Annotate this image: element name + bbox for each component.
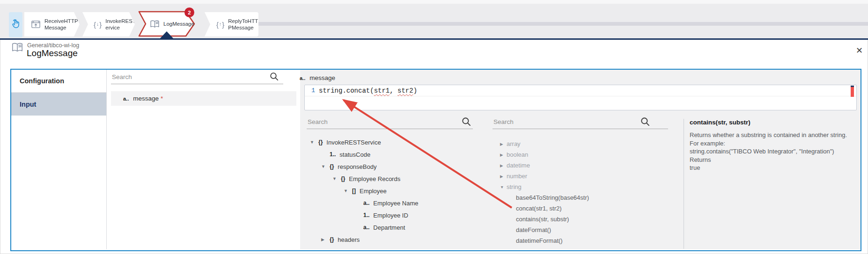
input-fields-list: a.. message * — [111, 91, 296, 106]
type-glyph-icon: 1.. — [363, 212, 369, 218]
expand-arrow-icon[interactable]: ▶ — [500, 152, 507, 157]
flow-step-invokerestservice[interactable]: {↓} InvokeRESTS ervice — [82, 12, 135, 36]
expand-arrow-icon[interactable]: ▶ — [500, 163, 507, 168]
string-type-icon: a.. — [123, 96, 129, 102]
tibco-flow-designer: ReceiveHTTP Message {↓} InvokeRESTS ervi… — [0, 0, 868, 254]
function-list-item[interactable]: contains(str, substr) — [493, 214, 677, 225]
type-glyph-icon: {} — [341, 175, 345, 182]
mapped-field-label: a.. message — [300, 74, 335, 81]
string-type-icon: a.. — [300, 75, 305, 81]
breadcrumb: General/tibco-wi-log — [27, 42, 79, 49]
expand-arrow-icon[interactable]: ▼ — [321, 164, 329, 169]
type-glyph-icon: {} — [318, 139, 323, 145]
type-glyph-icon: {} — [330, 163, 334, 170]
close-icon[interactable]: ✕ — [856, 45, 863, 56]
doc-panel-divider — [684, 119, 684, 249]
expand-arrow-icon[interactable]: ▶ — [500, 174, 507, 179]
field-row-message[interactable]: a.. message * — [111, 91, 296, 106]
line-number: 1 — [305, 87, 315, 94]
type-glyph-icon: a.. — [363, 224, 369, 231]
search-icon[interactable] — [270, 72, 279, 83]
error-token-str2: str2 — [397, 87, 413, 94]
schema-tree-node[interactable]: ▶ {} headers — [304, 233, 489, 246]
functions-list: ▶ array ▶ boolean ▶ datetime ▶ number ▼ … — [493, 138, 677, 246]
required-asterisk: * — [161, 95, 163, 102]
expression-code[interactable]: string.concat(str1, str2) — [319, 87, 417, 94]
function-list-item[interactable]: ▶ datetime — [493, 160, 677, 171]
activity-book-icon — [11, 42, 23, 55]
schema-tree-node[interactable]: a.. Employee Name — [304, 197, 489, 209]
book-icon — [150, 20, 160, 29]
function-list-item[interactable]: ▶ number — [493, 171, 677, 181]
flow-step-receivehttpmessage[interactable]: ReceiveHTTP Message — [24, 12, 80, 36]
tab-input[interactable]: Input — [11, 93, 106, 116]
type-glyph-icon: {} — [330, 236, 334, 243]
flow-step-replytohttpmessage[interactable]: {↑} ReplyToHTT PMessage — [205, 12, 258, 36]
schema-tree-node[interactable]: 1.. statusCode — [304, 148, 489, 160]
error-token-str1: str1 — [374, 87, 390, 94]
function-doc-title: contains(str, substr) — [690, 119, 750, 126]
step-label: InvokeRESTS ervice — [105, 18, 139, 31]
function-list-item[interactable]: concat(str1, str2) — [493, 203, 677, 214]
function-list-item[interactable]: ▶ boolean — [493, 149, 677, 160]
schema-tree-node[interactable]: 1.. Employee ID — [304, 209, 489, 221]
page-title: LogMessage — [27, 48, 78, 58]
selected-step-pointer — [160, 31, 173, 38]
expand-arrow-icon[interactable]: ▼ — [500, 185, 507, 189]
search-icon[interactable] — [462, 117, 471, 129]
braces-up-icon: {↑} — [216, 21, 224, 29]
editor-line: 1 string.concat(str1, str2) — [305, 87, 856, 96]
panel-column-divider — [106, 70, 107, 249]
expand-arrow-icon[interactable]: ▶ — [321, 237, 329, 242]
function-list-item[interactable]: ▼ string — [493, 181, 677, 192]
scroll-annotation-error — [851, 87, 854, 97]
schema-tree-node[interactable]: a.. Department — [304, 221, 489, 233]
search-icon[interactable] — [640, 117, 650, 129]
step-label: ReplyToHTT PMessage — [228, 18, 258, 31]
function-doc-description: Returns whether a substring is contained… — [690, 131, 854, 172]
schema-tree-node[interactable]: ▼ {} Employee Records — [304, 173, 489, 185]
function-list-item[interactable]: dateFormat() — [493, 225, 677, 235]
schema-tree-node[interactable]: ▼ {} responseBody — [304, 160, 489, 173]
type-glyph-icon: a.. — [363, 200, 369, 206]
braces-down-icon: {↓} — [94, 21, 102, 29]
expand-arrow-icon[interactable]: ▼ — [332, 176, 340, 181]
schema-tree-node[interactable]: ▼ [] Employee — [304, 185, 489, 197]
schema-tree-node[interactable]: ▼ {} InvokeRESTService — [304, 136, 489, 148]
function-list-item[interactable]: ▶ array — [493, 138, 677, 149]
step-label: ReceiveHTTP Message — [44, 18, 78, 31]
type-glyph-icon: [] — [352, 188, 356, 194]
hand-tap-icon — [11, 19, 21, 31]
expression-editor[interactable]: 1 string.concat(str1, str2) — [304, 85, 857, 110]
expand-arrow-icon[interactable]: ▼ — [310, 140, 317, 145]
type-glyph-icon: 1.. — [330, 151, 336, 158]
flow-trigger-button[interactable] — [9, 12, 22, 37]
flow-toolbar: ReceiveHTTP Message {↓} InvokeRESTS ervi… — [0, 0, 868, 40]
error-count-badge: 2 — [184, 7, 194, 17]
flow-connector-line — [258, 22, 868, 26]
function-list-item[interactable]: datetimeFormat() — [493, 235, 677, 246]
window-upload-icon — [31, 20, 41, 29]
schema-tree: ▼ {} InvokeRESTService 1.. statusCode ▼ … — [304, 136, 489, 246]
expand-arrow-icon[interactable]: ▼ — [344, 189, 351, 193]
fields-search-input[interactable] — [111, 70, 283, 84]
function-list-item[interactable]: base64ToString(base64str) — [493, 192, 677, 203]
expand-arrow-icon[interactable]: ▶ — [500, 142, 507, 146]
tab-configuration[interactable]: Configuration — [11, 70, 106, 93]
step-label: LogMessage — [163, 21, 194, 27]
schema-search-input[interactable] — [307, 115, 473, 129]
